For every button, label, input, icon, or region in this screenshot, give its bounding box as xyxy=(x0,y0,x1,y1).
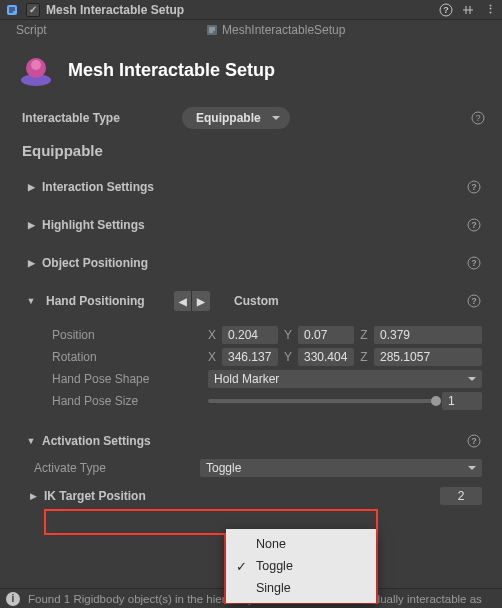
interactable-type-dropdown[interactable]: Equippable xyxy=(182,107,290,129)
chevron-down-icon: ▼ xyxy=(26,436,36,446)
activate-type-option-single[interactable]: Single xyxy=(226,577,376,599)
next-button[interactable]: ▶ xyxy=(192,291,210,311)
foldout-highlight-settings[interactable]: ▶ Highlight Settings ? xyxy=(26,213,486,237)
component-icon xyxy=(4,2,20,18)
svg-text:?: ? xyxy=(471,436,477,446)
option-label: Single xyxy=(256,581,291,595)
axis-y-label: Y xyxy=(282,350,294,364)
hand-pose-size-input[interactable] xyxy=(442,392,482,410)
component-header-bar: ✓ Mesh Interactable Setup ? ⋮ xyxy=(0,0,502,20)
chevron-right-icon: ▶ xyxy=(28,491,38,501)
option-label: Toggle xyxy=(256,559,293,573)
foldout-ik-target-position[interactable]: ▶ IK Target Position xyxy=(26,485,486,507)
foldout-hand-positioning[interactable]: ▼ Hand Positioning ◀ ▶ Custom ? xyxy=(26,289,486,313)
help-icon[interactable]: ? xyxy=(466,255,482,271)
interactable-type-label: Interactable Type xyxy=(22,111,172,125)
hand-positioning-mode: Custom xyxy=(234,294,279,308)
hand-pose-size-slider[interactable] xyxy=(208,399,436,403)
activate-type-value: Toggle xyxy=(206,461,241,475)
foldout-label: Highlight Settings xyxy=(42,218,145,232)
component-enabled-checkbox[interactable]: ✓ xyxy=(26,3,40,17)
option-label: None xyxy=(256,537,286,551)
hand-positioning-nav: ◀ ▶ xyxy=(174,291,210,311)
slider-handle[interactable] xyxy=(431,396,441,406)
help-icon[interactable]: ? xyxy=(466,293,482,309)
inspector-panel: ✓ Mesh Interactable Setup ? ⋮ Script Mes… xyxy=(0,0,502,608)
hand-pose-size-label: Hand Pose Size xyxy=(52,394,202,408)
info-icon: i xyxy=(6,592,20,606)
equippable-subpanel: ▶ Interaction Settings ? ▶ Highlight Set… xyxy=(26,175,486,507)
chevron-right-icon: ▶ xyxy=(26,220,36,230)
foldout-label: Interaction Settings xyxy=(42,180,154,194)
checkmark-icon: ✓ xyxy=(234,559,248,574)
foldout-label: Hand Positioning xyxy=(46,294,164,308)
activate-type-option-toggle[interactable]: ✓ Toggle xyxy=(226,555,376,577)
foldout-object-positioning[interactable]: ▶ Object Positioning ? xyxy=(26,251,486,275)
svg-text:?: ? xyxy=(471,182,477,192)
help-icon[interactable]: ? xyxy=(466,217,482,233)
chevron-right-icon: ▶ xyxy=(26,258,36,268)
foldout-activation-settings[interactable]: ▼ Activation Settings ? xyxy=(26,429,486,453)
axis-z-label: Z xyxy=(358,350,370,364)
svg-text:?: ? xyxy=(471,258,477,268)
activate-type-row: Activate Type Toggle xyxy=(26,457,486,479)
position-x-input[interactable] xyxy=(222,326,278,344)
chevron-right-icon: ▶ xyxy=(26,182,36,192)
component-title: Mesh Interactable Setup xyxy=(46,3,184,17)
rotation-x-input[interactable] xyxy=(222,348,278,366)
foldout-label: Object Positioning xyxy=(42,256,148,270)
foldout-interaction-settings[interactable]: ▶ Interaction Settings ? xyxy=(26,175,486,199)
activate-type-label: Activate Type xyxy=(34,461,200,475)
context-menu-icon[interactable]: ⋮ xyxy=(482,2,498,18)
prev-button[interactable]: ◀ xyxy=(174,291,192,311)
script-object-name: MeshInteractableSetup xyxy=(222,23,345,37)
hand-pose-size-row: Hand Pose Size xyxy=(52,391,482,411)
svg-text:?: ? xyxy=(443,5,449,15)
svg-text:?: ? xyxy=(471,220,477,230)
help-icon[interactable]: ? xyxy=(466,433,482,449)
hand-positioning-body: Position X Y Z Rotation X Y Z xyxy=(48,321,486,419)
rotation-y-input[interactable] xyxy=(298,348,354,366)
activate-type-dropdown[interactable]: Toggle xyxy=(200,459,482,477)
inspector-body: Interactable Type Equippable ? Equippabl… xyxy=(0,104,502,507)
axis-x-label: X xyxy=(206,350,218,364)
foldout-label: IK Target Position xyxy=(44,489,146,503)
position-row: Position X Y Z xyxy=(52,325,482,345)
rotation-row: Rotation X Y Z xyxy=(52,347,482,367)
help-icon[interactable]: ? xyxy=(438,2,454,18)
equippable-section-header: Equippable xyxy=(8,132,494,175)
activate-type-option-none[interactable]: None xyxy=(226,533,376,555)
mesh-interactable-icon xyxy=(16,50,56,90)
hand-pose-shape-label: Hand Pose Shape xyxy=(52,372,202,386)
ik-target-count-input[interactable] xyxy=(440,487,482,505)
axis-z-label: Z xyxy=(358,328,370,342)
rotation-z-input[interactable] xyxy=(374,348,482,366)
svg-text:?: ? xyxy=(471,296,477,306)
hand-pose-shape-value: Hold Marker xyxy=(214,372,279,386)
axis-y-label: Y xyxy=(282,328,294,342)
preset-icon[interactable] xyxy=(460,2,476,18)
position-y-input[interactable] xyxy=(298,326,354,344)
script-value-field: MeshInteractableSetup xyxy=(206,23,486,37)
help-icon[interactable]: ? xyxy=(466,179,482,195)
script-field-row: Script MeshInteractableSetup xyxy=(0,20,502,40)
hand-pose-shape-dropdown[interactable]: Hold Marker xyxy=(208,370,482,388)
position-z-input[interactable] xyxy=(374,326,482,344)
svg-point-6 xyxy=(31,60,41,70)
axis-x-label: X xyxy=(206,328,218,342)
interactable-type-value: Equippable xyxy=(196,111,261,125)
hand-pose-shape-row: Hand Pose Shape Hold Marker xyxy=(52,369,482,389)
foldout-label: Activation Settings xyxy=(42,434,151,448)
rotation-label: Rotation xyxy=(52,350,202,364)
activate-type-popup: None ✓ Toggle Single xyxy=(226,529,376,603)
script-label: Script xyxy=(16,23,198,37)
script-object-icon xyxy=(206,24,218,36)
svg-text:?: ? xyxy=(475,113,480,123)
interactable-type-row: Interactable Type Equippable ? xyxy=(8,104,494,132)
chevron-down-icon: ▼ xyxy=(26,296,36,306)
inspector-title-block: Mesh Interactable Setup xyxy=(0,40,502,104)
page-title: Mesh Interactable Setup xyxy=(68,60,275,81)
help-icon[interactable]: ? xyxy=(470,110,486,126)
position-label: Position xyxy=(52,328,202,342)
